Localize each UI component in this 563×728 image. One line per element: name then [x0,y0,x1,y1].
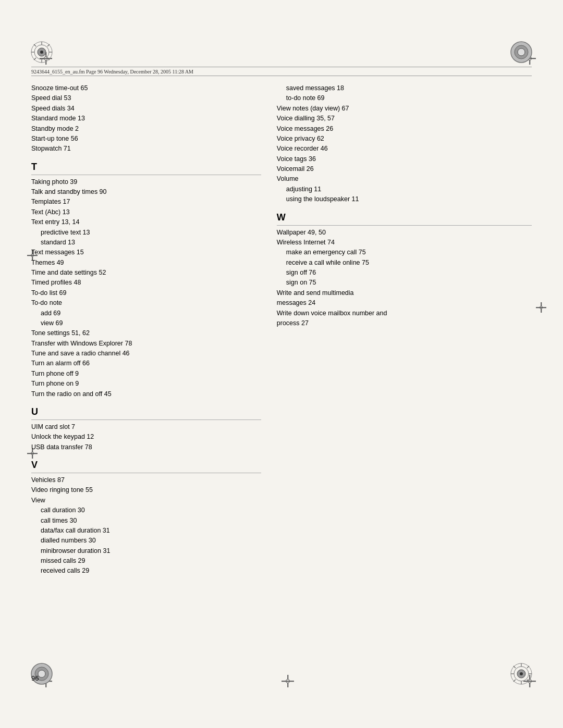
svg-line-10 [47,44,50,46]
svg-line-28 [527,666,529,668]
w-write-down-voice: Write down voice mailbox number and [277,309,532,318]
right-column: saved messages 18 to-do note 69 View not… [272,83,532,665]
t-divider [31,175,261,175]
t-text-messages: Text messages 15 [31,248,261,257]
t-turn-phone-off: Turn phone off 9 [31,369,261,379]
u-section: U UIM card slot 7 Unlock the keypad 12 U… [31,406,261,452]
r-volume: Volume [277,174,532,184]
t-transfer-windows: Transfer with Windows Explorer 78 [31,339,261,349]
r-voice-tags: Voice tags 36 [277,154,532,164]
t-todo-view: view 69 [31,318,261,328]
t-tune-radio: Tune and save a radio channel 46 [31,349,261,359]
header-text: 9243644_6155_en_au.fm Page 96 Wednesday,… [31,69,193,75]
v-call-duration: call duration 30 [31,505,261,515]
s-section: Snooze time-out 65 Speed dial 53 Speed d… [31,83,261,154]
svg-point-14 [518,48,525,56]
u-divider [31,419,261,420]
w-write-send-multimedia: Write and send multimedia [277,288,532,298]
u-letter: U [31,406,261,417]
v-divider [31,473,261,473]
r-voice-messages: Voice messages 26 [277,124,532,134]
r-loudspeaker: using the loudspeaker 11 [277,194,532,204]
v-minibrowser: minibrowser duration 31 [31,546,261,556]
v-video-ringing: Video ringing tone 55 [31,485,261,495]
t-themes: Themes 49 [31,258,261,268]
r-todo-note: to-do note 69 [277,93,532,103]
s-continued: saved messages 18 to-do note 69 View not… [277,83,532,205]
u-uim-card: UIM card slot 7 [31,422,261,432]
r-voice-dialling: Voice dialling 35, 57 [277,114,532,124]
svg-point-17 [38,670,45,677]
w-messages: messages 24 [277,298,532,308]
v-missed-calls: missed calls 29 [31,556,261,566]
s-snooze: Snooze time-out 65 [31,83,261,93]
t-todo-list: To-do list 69 [31,288,261,298]
svg-point-21 [520,672,523,675]
v-received-calls: received calls 29 [31,566,261,576]
main-content: Snooze time-out 65 Speed dial 53 Speed d… [31,83,532,665]
v-data-fax: data/fax call duration 31 [31,526,261,536]
svg-line-8 [34,44,36,46]
v-letter: V [31,460,261,471]
w-receive-call-online: receive a call while online 75 [277,258,532,268]
w-wireless-internet: Wireless Internet 74 [277,238,532,248]
v-section: V Vehicles 87 Video ringing tone 55 View… [31,460,261,576]
v-call-times: call times 30 [31,516,261,526]
sunburst-tl [30,41,53,66]
t-turn-radio-on-off: Turn the radio on and off 45 [31,389,261,399]
w-wallpaper: Wallpaper 49, 50 [277,228,532,238]
svg-line-9 [47,58,50,60]
s-speed-dial: Speed dial 53 [31,93,261,103]
page: 9243644_6155_en_au.fm Page 96 Wednesday,… [0,0,563,728]
v-vehicles: Vehicles 87 [31,475,261,485]
w-process: process 27 [277,318,532,328]
t-letter: T [31,162,261,172]
u-unlock-keypad: Unlock the keypad 12 [31,432,261,442]
header-bar: 9243644_6155_en_au.fm Page 96 Wednesday,… [31,67,532,76]
w-sign-on: sign on 75 [277,278,532,288]
t-text-abc: Text (Abc) 13 [31,207,261,217]
t-time-date: Time and date settings 52 [31,268,261,278]
r-adjusting: adjusting 11 [277,184,532,194]
s-standby-mode: Standby mode 2 [31,124,261,134]
r-voice-recorder: Voice recorder 46 [277,144,532,154]
t-templates: Templates 17 [31,197,261,207]
svg-line-27 [527,680,529,682]
t-talk-standby: Talk and standby times 90 [31,187,261,197]
t-predictive-text: predictive text 13 [31,228,261,238]
s-stopwatch: Stopwatch 71 [31,144,261,154]
w-divider [277,225,532,226]
t-todo-note: To-do note [31,298,261,308]
t-timed-profiles: Timed profiles 48 [31,278,261,288]
s-startup-tone: Start-up tone 56 [31,134,261,144]
t-tone-settings: Tone settings 51, 62 [31,328,261,338]
t-turn-alarm-off: Turn an alarm off 66 [31,359,261,368]
u-usb-transfer: USB data transfer 78 [31,442,261,452]
left-column: Snooze time-out 65 Speed dial 53 Speed d… [31,83,272,665]
t-taking-photo: Taking photo 39 [31,177,261,187]
svg-line-29 [513,680,516,682]
svg-line-11 [34,58,36,60]
svg-point-3 [40,51,43,54]
w-sign-off: sign off 76 [277,268,532,278]
t-text-entry: Text entry 13, 14 [31,217,261,227]
r-voicemail: Voicemail 26 [277,164,532,174]
page-number: 96 [31,674,39,682]
t-todo-add: add 69 [31,309,261,318]
s-standard-mode: Standard mode 13 [31,114,261,124]
t-standard: standard 13 [31,238,261,248]
circle-tr [510,41,533,66]
r-saved-messages: saved messages 18 [277,83,532,93]
v-dialled-numbers: dialled numbers 30 [31,536,261,546]
r-voice-privacy: Voice privacy 62 [277,134,532,144]
w-section: W Wallpaper 49, 50 Wireless Internet 74 … [277,212,532,329]
svg-line-26 [513,666,516,668]
s-speed-dials: Speed dials 34 [31,104,261,114]
t-section: T Taking photo 39 Talk and standby times… [31,162,261,399]
r-view-notes: View notes (day view) 67 [277,104,532,114]
v-view: View [31,496,261,505]
sunburst-br [510,662,533,687]
w-emergency-call: make an emergency call 75 [277,248,532,257]
w-letter: W [277,212,532,223]
t-turn-phone-on: Turn phone on 9 [31,379,261,389]
